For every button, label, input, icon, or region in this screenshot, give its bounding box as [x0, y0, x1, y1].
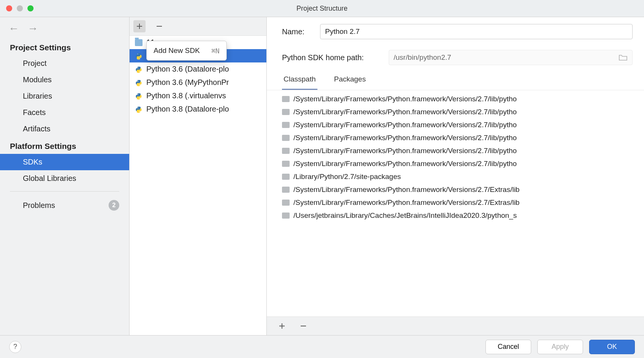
- folder-icon: [282, 148, 290, 154]
- svg-point-3: [139, 72, 140, 72]
- sdk-list-item[interactable]: Python 3.6 (MyPythonPr: [130, 76, 266, 89]
- classpath-row[interactable]: /System/Library/Frameworks/Python.framew…: [267, 183, 644, 196]
- svg-point-5: [139, 85, 140, 86]
- popup-item-add-new-sdk[interactable]: Add New SDK ⌘N: [147, 44, 226, 57]
- name-input-value: Python 2.7: [325, 27, 360, 36]
- add-sdk-button[interactable]: [133, 20, 146, 32]
- classpath-toolbar: [267, 316, 644, 335]
- classpath-row[interactable]: /System/Library/Frameworks/Python.framew…: [267, 105, 644, 118]
- classpath-row[interactable]: /System/Library/Frameworks/Python.framew…: [267, 131, 644, 144]
- folder-icon: [282, 135, 290, 141]
- sidebar-divider: [10, 191, 119, 192]
- classpath-value: /Library/Python/2.7/site-packages: [293, 173, 401, 181]
- python-icon: [135, 79, 143, 86]
- folder-icon: [282, 213, 290, 219]
- remove-classpath-button[interactable]: [297, 320, 309, 332]
- popup-item-label: Add New SDK: [154, 46, 200, 55]
- sdk-list-item[interactable]: Python 3.8 (.virtualenvs: [130, 89, 266, 102]
- sidebar-item-project[interactable]: Project: [0, 55, 129, 72]
- sidebar-item-global-libraries[interactable]: Global Libraries: [0, 170, 129, 187]
- nav-forward-icon[interactable]: →: [27, 22, 38, 35]
- python-icon: [135, 66, 143, 73]
- classpath-value: /System/Library/Frameworks/Python.framew…: [293, 185, 519, 194]
- svg-point-9: [139, 112, 140, 112]
- sdk-list-item[interactable]: Python 3.8 (Datalore-plo: [130, 102, 266, 116]
- cancel-button[interactable]: Cancel: [485, 340, 531, 354]
- ok-button[interactable]: OK: [589, 340, 635, 354]
- sdk-list-item-label: Python 3.6 (Datalore-plo: [146, 65, 229, 74]
- problems-count-badge: 2: [109, 200, 119, 211]
- folder-icon: [282, 109, 290, 115]
- python-icon: [135, 106, 143, 113]
- folder-icon: [282, 187, 290, 193]
- sidebar-item-sdks[interactable]: SDKs: [0, 154, 129, 170]
- python-icon: [135, 53, 143, 59]
- browse-folder-icon[interactable]: [618, 54, 628, 61]
- classpath-row[interactable]: /System/Library/Frameworks/Python.framew…: [267, 144, 644, 157]
- tab-classpath[interactable]: Classpath: [282, 75, 317, 90]
- plus-icon: [136, 23, 143, 30]
- sidebar-item-facets[interactable]: Facets: [0, 104, 129, 121]
- nav-back-icon[interactable]: ←: [8, 22, 19, 35]
- dialog-footer: ? Cancel Apply OK: [0, 335, 644, 358]
- help-button[interactable]: ?: [9, 341, 21, 353]
- svg-point-6: [138, 94, 138, 94]
- svg-point-8: [138, 107, 138, 108]
- add-sdk-popup: Add New SDK ⌘N: [146, 41, 227, 61]
- folder-icon: [282, 96, 290, 102]
- sidebar-item-artifacts[interactable]: Artifacts: [0, 121, 129, 137]
- name-label: Name:: [282, 27, 312, 36]
- classpath-row[interactable]: /System/Library/Frameworks/Python.framew…: [267, 118, 644, 131]
- sidebar-item-problems[interactable]: Problems 2: [0, 196, 129, 214]
- section-platform-settings: Platform Settings: [0, 137, 129, 154]
- maximize-window-icon[interactable]: [27, 5, 34, 11]
- folder-icon: [135, 39, 143, 46]
- home-path-value: /usr/bin/python2.7: [394, 53, 451, 62]
- folder-icon: [282, 200, 290, 206]
- sdk-list-toolbar: [130, 17, 266, 36]
- name-input[interactable]: Python 2.7: [320, 24, 633, 39]
- classpath-row[interactable]: /System/Library/Frameworks/Python.framew…: [267, 93, 644, 105]
- close-window-icon[interactable]: [6, 5, 12, 11]
- folder-icon: [282, 161, 290, 167]
- traffic-lights: [0, 5, 34, 11]
- svg-point-7: [139, 98, 140, 99]
- sidebar-item-libraries[interactable]: Libraries: [0, 88, 129, 104]
- classpath-row[interactable]: /Users/jetbrains/Library/Caches/JetBrain…: [267, 209, 644, 222]
- tab-packages[interactable]: Packages: [333, 75, 367, 90]
- svg-point-2: [138, 67, 138, 68]
- classpath-value: /System/Library/Frameworks/Python.framew…: [293, 95, 517, 103]
- classpath-value: /System/Library/Frameworks/Python.framew…: [293, 134, 517, 142]
- apply-button[interactable]: Apply: [537, 340, 583, 354]
- sidebar-item-label: Problems: [23, 201, 55, 210]
- add-classpath-button[interactable]: [276, 320, 288, 332]
- sdk-list-item-label: Python 3.8 (.virtualenvs: [146, 91, 226, 100]
- classpath-value: /System/Library/Frameworks/Python.framew…: [293, 198, 519, 207]
- minimize-window-icon[interactable]: [17, 5, 23, 11]
- home-path-label: Python SDK home path:: [282, 53, 381, 62]
- classpath-value: /System/Library/Frameworks/Python.framew…: [293, 108, 517, 116]
- folder-icon: [282, 122, 290, 128]
- sdk-list-panel: 11Python 2.7Python 3.6 (Datalore-ploPyth…: [130, 17, 267, 335]
- home-path-field[interactable]: /usr/bin/python2.7: [389, 50, 633, 65]
- section-project-settings: Project Settings: [0, 40, 129, 55]
- detail-tabs: Classpath Packages: [267, 69, 644, 90]
- popup-item-shortcut: ⌘N: [211, 47, 219, 55]
- classpath-value: /Users/jetbrains/Library/Caches/JetBrain…: [293, 211, 517, 220]
- sdk-list-item-label: Python 3.6 (MyPythonPr: [146, 78, 229, 87]
- classpath-row[interactable]: /Library/Python/2.7/site-packages: [267, 170, 644, 183]
- sdk-list-item[interactable]: Python 3.6 (Datalore-plo: [130, 62, 266, 76]
- python-icon: [135, 93, 143, 99]
- svg-point-4: [138, 80, 138, 81]
- settings-sidebar: ← → Project Settings ProjectModulesLibra…: [0, 17, 130, 335]
- sdk-detail-panel: Name: Python 2.7 Python SDK home path: /…: [267, 17, 644, 335]
- classpath-row[interactable]: /System/Library/Frameworks/Python.framew…: [267, 196, 644, 209]
- remove-sdk-button[interactable]: [153, 20, 165, 32]
- classpath-value: /System/Library/Frameworks/Python.framew…: [293, 160, 517, 168]
- classpath-list: /System/Library/Frameworks/Python.framew…: [267, 90, 644, 316]
- classpath-row[interactable]: /System/Library/Frameworks/Python.framew…: [267, 157, 644, 170]
- classpath-value: /System/Library/Frameworks/Python.framew…: [293, 121, 517, 129]
- svg-point-1: [139, 58, 140, 59]
- window-title: Project Structure: [0, 5, 644, 13]
- sidebar-item-modules[interactable]: Modules: [0, 72, 129, 88]
